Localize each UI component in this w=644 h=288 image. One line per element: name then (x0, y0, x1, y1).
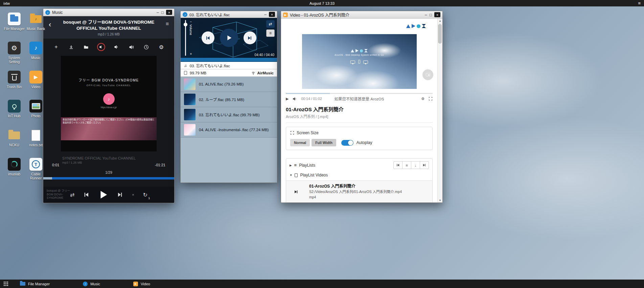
video-player[interactable]: ArozOS - Web Desktop System written in G… (302, 34, 417, 89)
settings-gear-icon[interactable]: ⚙ (157, 43, 165, 51)
topbar-menu-icon[interactable]: ≡ (638, 1, 641, 6)
download-icon[interactable] (67, 43, 75, 51)
volume-icon[interactable] (293, 97, 297, 101)
volume-slider[interactable]: − Volume + (184, 20, 193, 56)
folder-icon (8, 131, 20, 139)
maximize-button[interactable]: □ (430, 13, 432, 17)
video-window-titlebar[interactable]: ▶ Video - 01-ArozOS 入門系列簡介 – □ × (281, 11, 442, 19)
skip-end-button[interactable] (420, 161, 429, 169)
playlist-item[interactable]: 01. ALIVE.flac (79.26 MB) (181, 77, 277, 92)
scroll-up-icon[interactable]: ▲ (439, 20, 441, 22)
app-launcher-icon[interactable] (3, 281, 8, 286)
taskbar-item-video[interactable]: ▶ Video (133, 282, 150, 286)
scrollbar-thumb[interactable] (438, 24, 442, 44)
minimize-button[interactable]: – (157, 10, 159, 15)
video-window-title: Video - 01-ArozOS 入門系列簡介 (290, 12, 349, 18)
caret-down-icon[interactable]: ▼ (290, 173, 292, 177)
previous-track-button[interactable] (202, 31, 214, 44)
close-button[interactable]: × (434, 12, 440, 17)
trash-icon (8, 71, 21, 83)
desktop-icon-photo[interactable]: Photo (25, 99, 47, 128)
seek-bar[interactable] (43, 177, 174, 179)
desktop-icon-ncku[interactable]: NCKU (3, 128, 25, 158)
repeat-icon[interactable]: ↻1 (143, 192, 147, 198)
taskbar-item-music[interactable]: ♪ Music (83, 282, 100, 286)
volume-low-icon[interactable] (112, 43, 120, 51)
previous-track-icon[interactable] (83, 192, 89, 198)
pip-float-button[interactable] (422, 69, 433, 80)
fullscreen-icon[interactable] (429, 97, 433, 101)
maximize-button[interactable]: □ (161, 10, 164, 15)
full-width-button[interactable]: Full Width (312, 139, 336, 146)
folder-open-icon[interactable] (82, 43, 90, 51)
desktop-icon-trash-bin[interactable]: Trash Bin (3, 70, 25, 99)
video-settings-gear-icon[interactable]: ⚙ (421, 97, 424, 101)
scroll-down-icon[interactable]: ▼ (439, 199, 441, 201)
scroll-down-button[interactable]: ↓ (411, 161, 420, 169)
video-thumbnail[interactable]: フリー BGM DOVA-SYNDROME OFFICIAL YouTube C… (61, 56, 157, 151)
close-button[interactable]: × (166, 10, 172, 15)
playlists-header[interactable]: ▶ ≡ PlayLists ≡ ↓ (286, 159, 432, 172)
playlist-item[interactable]: 04. ALIVE -Instrumental-.flac (77.24 MB) (181, 122, 277, 138)
gear-icon: ⚙ (8, 42, 21, 54)
minimize-button[interactable]: – (264, 12, 267, 17)
video-frame-overlay: ArozOS - Web Desktop System written in G… (302, 49, 417, 64)
normal-button[interactable]: Normal (290, 139, 310, 146)
music-app-icon: ♪ (83, 282, 88, 286)
video-caption: 如果您不知道甚麼是 ArozOS (335, 96, 384, 101)
desktop-icon-file-manager[interactable]: File Manager (3, 12, 25, 41)
playlist-video-item[interactable]: 01-ArozOS 入門系列簡介 S2:/Video/ArozOS 入門系列/0… (286, 181, 432, 202)
next-track-button[interactable] (244, 31, 256, 44)
flac-seek-bar[interactable] (181, 58, 277, 62)
flac-player-window: ♪ 03. 忘れてもいいよ.flac – × − (180, 11, 277, 183)
taskbar: File Manager ♪ Music ▶ Video (0, 280, 644, 288)
close-overlay-icon[interactable]: × (132, 193, 134, 197)
play-button[interactable] (220, 29, 238, 47)
desktop-icon-system-setting[interactable]: ⚙ System Setting (3, 41, 25, 70)
volume-high-icon[interactable] (127, 43, 135, 51)
repeat-count: 1 (148, 196, 150, 200)
desktop-icon-music-bank[interactable]: ♪ Music Bank (25, 12, 47, 41)
desktop-icon-video[interactable]: ▶ Video (25, 70, 47, 99)
playlist: 01. ALIVE.flac (79.26 MB) 02. ループ.flac (… (181, 77, 277, 183)
arozos-logo-small (351, 49, 368, 52)
music-app-icon: ♪ (29, 42, 42, 54)
flac-window-titlebar[interactable]: ♪ 03. 忘れてもいいよ.flac – × (181, 11, 277, 18)
play-icon[interactable]: ▶ (286, 97, 289, 101)
desktop-icon-imuslab[interactable]: imuslab (3, 158, 25, 187)
play-icon[interactable] (98, 190, 108, 200)
taskbar-item-file-manager[interactable]: File Manager (20, 282, 50, 286)
channel-avatar: ♪ (103, 93, 115, 105)
video-subtitle: ArozOS 入門系列 / [.mp4] (286, 114, 433, 123)
queue-list-button[interactable]: ≡ (402, 161, 411, 169)
desktop-icon-iot-hub[interactable]: IoT Hub (3, 99, 25, 128)
volume-handle[interactable] (184, 23, 187, 26)
desktop-icon-notes-txt[interactable]: notes.txt (25, 128, 47, 158)
menu-icon[interactable]: ≡ (166, 21, 169, 27)
mute-icon[interactable] (97, 43, 105, 51)
track-position: 1/29 (43, 170, 174, 174)
skip-start-button[interactable] (393, 161, 402, 169)
scrollbar[interactable]: ▲ ▼ (437, 19, 442, 202)
next-track-icon[interactable] (117, 192, 123, 198)
close-button[interactable]: × (269, 12, 275, 17)
caret-right-icon[interactable]: ▶ (290, 164, 292, 167)
file-meta: mp3 / 1.26 MB (58, 32, 159, 36)
playlist-item[interactable]: 02. ループ.flac (85.71 MB) (181, 92, 277, 107)
triangle-up-icon (406, 24, 410, 28)
desktop-icon-cable-runner[interactable]: T Cable Runner (25, 158, 47, 187)
playlist-videos-header[interactable]: ▼ PlayList Videos (286, 172, 432, 181)
autoplay-toggle[interactable] (341, 140, 353, 146)
queue-menu-button[interactable]: ≡ (266, 29, 275, 37)
clock-icon[interactable] (142, 43, 151, 51)
desktop-icon-music[interactable]: ♪ Music (25, 41, 47, 70)
loop-button[interactable]: ⇄ (266, 20, 275, 28)
video-app-icon: ▶ (133, 282, 138, 286)
minimize-button[interactable]: – (425, 13, 427, 17)
music-window-titlebar[interactable]: ♪ Music – □ × (43, 9, 174, 16)
add-icon[interactable]: + (52, 43, 60, 51)
back-icon[interactable]: ‹ (49, 21, 51, 28)
clock: August 7 13:33 (309, 1, 335, 5)
bulb-icon (8, 100, 21, 113)
playlist-item[interactable]: 03. 忘れてもいいよ.flac (99.79 MB) (181, 107, 277, 122)
